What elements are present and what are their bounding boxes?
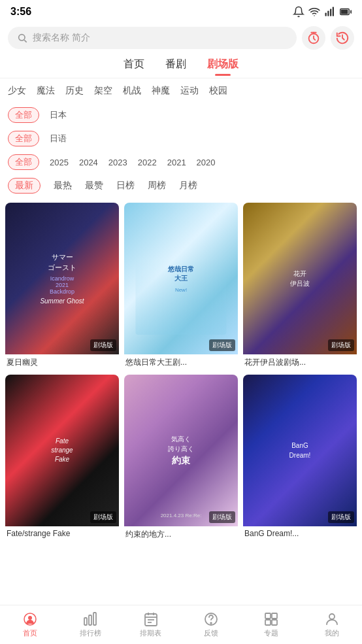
svg-line-8: [24, 40, 26, 42]
anime-title-2: 悠哉日常大王剧...: [124, 354, 238, 369]
anime-grid: サマーゴースト Icandrow2021Backdrop Summer Ghos…: [0, 197, 362, 547]
language-japanese[interactable]: 日语: [50, 131, 67, 146]
nav-topic-label: 专题: [264, 628, 278, 638]
battery-icon: [340, 6, 352, 18]
anime-card-2[interactable]: 悠哉日常大王 New! 剧场版 悠哉日常大王剧...: [124, 203, 238, 369]
signal-icon: [324, 6, 336, 18]
nav-ranking-label: 排行榜: [80, 628, 101, 638]
language-all[interactable]: 全部: [8, 131, 39, 146]
nav-mine[interactable]: 我的: [302, 611, 362, 638]
svg-rect-25: [265, 620, 271, 625]
year-2020[interactable]: 2020: [197, 156, 216, 169]
wifi-icon: [308, 6, 320, 18]
anime-title-1: 夏日幽灵: [5, 354, 119, 369]
year-2023[interactable]: 2023: [108, 156, 127, 169]
svg-rect-13: [89, 615, 91, 625]
anime-badge-2: 剧场版: [209, 339, 235, 351]
anime-badge-4: 剧场版: [90, 511, 116, 523]
genre-girl[interactable]: 少女: [8, 85, 26, 97]
anime-title-5: 约束的地方...: [124, 526, 238, 541]
anime-title-6: BanG Dream!...: [243, 526, 357, 539]
year-2022[interactable]: 2022: [138, 156, 157, 169]
nav-feedback[interactable]: 反馈: [181, 611, 241, 638]
tab-theater[interactable]: 剧场版: [207, 58, 239, 75]
sort-rated[interactable]: 最赞: [85, 180, 103, 192]
tab-home[interactable]: 首页: [123, 58, 144, 75]
anime-title-4: Fate/strange Fake: [5, 526, 119, 539]
history-icon: [335, 31, 350, 45]
genre-history[interactable]: 历史: [65, 85, 84, 97]
anime-card-4[interactable]: FatestrangeFake 剧场版 Fate/strange Fake: [5, 375, 119, 541]
sort-hot[interactable]: 最热: [54, 180, 72, 192]
status-icons: [293, 6, 352, 18]
nav-ranking[interactable]: 排行榜: [60, 611, 120, 638]
schedule-icon: [143, 611, 159, 627]
svg-rect-14: [93, 613, 96, 625]
anime-card-5[interactable]: 気高く誇り高く約束 2021.4.23 Re:Re: 剧场版 约束的地方...: [124, 375, 238, 541]
year-2024[interactable]: 2024: [79, 156, 98, 169]
svg-point-22: [210, 622, 212, 624]
nav-tabs: 首页 番剧 剧场版: [0, 52, 362, 78]
genre-scifi[interactable]: 架空: [94, 85, 112, 97]
anime-badge-5: 剧场版: [209, 511, 235, 523]
sort-latest[interactable]: 最新: [8, 178, 41, 194]
nav-topic[interactable]: 专题: [241, 611, 301, 638]
search-placeholder: 搜索名称 简介: [33, 32, 90, 44]
sort-weekly[interactable]: 周榜: [148, 180, 166, 192]
anime-card-3[interactable]: 花开伊吕波 剧场版 花开伊吕波剧场...: [243, 203, 357, 369]
svg-rect-26: [272, 620, 277, 625]
anime-badge-6: 剧场版: [328, 511, 354, 523]
notification-icon: [293, 6, 304, 18]
svg-rect-0: [325, 13, 327, 16]
tab-anime[interactable]: 番剧: [165, 58, 186, 75]
nav-schedule[interactable]: 排期表: [121, 611, 181, 638]
anime-title-3: 花开伊吕波剧场...: [243, 354, 357, 369]
anime-badge-3: 剧场版: [328, 339, 354, 351]
svg-rect-1: [327, 11, 329, 16]
language-filter-row: 全部 日语: [0, 127, 362, 150]
sort-daily[interactable]: 日榜: [116, 180, 135, 192]
svg-rect-3: [333, 7, 334, 16]
genre-sport[interactable]: 运动: [180, 85, 199, 97]
feedback-icon: [203, 611, 219, 627]
anime-card-1[interactable]: サマーゴースト Icandrow2021Backdrop Summer Ghos…: [5, 203, 119, 369]
nav-mine-label: 我的: [325, 628, 339, 638]
svg-rect-6: [341, 10, 348, 14]
genre-fantasy[interactable]: 神魔: [152, 85, 170, 97]
bottom-nav: 首页 排行榜 排期表: [0, 605, 362, 644]
year-2021[interactable]: 2021: [167, 156, 186, 169]
nav-schedule-label: 排期表: [140, 628, 161, 638]
region-filter-row: 全部 日本: [0, 103, 362, 127]
svg-point-7: [19, 35, 25, 41]
genre-filter-scroll: 少女 魔法 历史 架空 机战 神魔 运动 校园: [0, 78, 362, 103]
svg-point-11: [28, 616, 32, 620]
svg-rect-12: [84, 618, 87, 625]
home-icon: [22, 611, 38, 627]
status-time: 3:56: [10, 6, 31, 18]
nav-feedback-label: 反馈: [204, 628, 218, 638]
sort-monthly[interactable]: 月榜: [179, 180, 197, 192]
genre-mecha[interactable]: 机战: [123, 85, 141, 97]
anime-card-6[interactable]: BanGDream! 剧场版 BanG Dream!...: [243, 375, 357, 541]
ranking-icon: [82, 611, 98, 627]
mine-icon: [324, 611, 340, 627]
search-icon: [17, 33, 27, 43]
anime-badge-1: 剧场版: [90, 339, 116, 351]
search-bar[interactable]: 搜索名称 简介: [8, 27, 297, 49]
region-all[interactable]: 全部: [8, 107, 39, 123]
year-2025[interactable]: 2025: [50, 156, 69, 169]
genre-school[interactable]: 校园: [209, 85, 227, 97]
svg-point-27: [329, 614, 335, 619]
svg-rect-24: [272, 613, 277, 619]
sort-row: 最新 最热 最赞 日榜 周榜 月榜: [0, 174, 362, 197]
timer-icon: [306, 31, 321, 45]
history-icon-button[interactable]: [331, 26, 354, 50]
status-bar: 3:56: [0, 0, 362, 24]
nav-home-label: 首页: [23, 628, 37, 638]
year-all[interactable]: 全部: [8, 154, 39, 170]
nav-home[interactable]: 首页: [0, 611, 60, 638]
timer-icon-button[interactable]: [302, 26, 325, 50]
region-japan[interactable]: 日本: [50, 108, 67, 122]
search-row: 搜索名称 简介: [0, 24, 362, 52]
genre-magic[interactable]: 魔法: [37, 85, 55, 97]
